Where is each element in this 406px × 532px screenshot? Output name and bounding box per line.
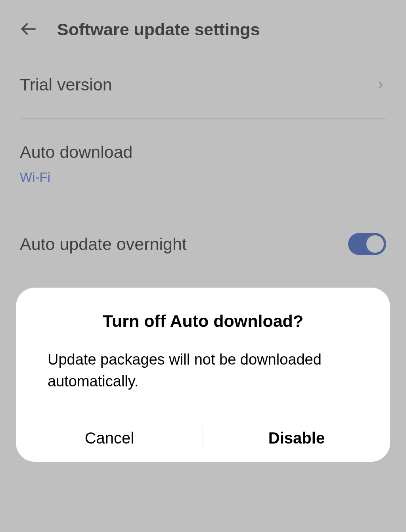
disable-button[interactable]: Disable (203, 414, 390, 462)
dialog-buttons: Cancel Disable (16, 414, 390, 462)
dialog-title: Turn off Auto download? (16, 311, 390, 331)
dialog-body: Update packages will not be downloaded a… (16, 331, 390, 414)
cancel-button[interactable]: Cancel (16, 414, 203, 462)
cancel-label: Cancel (85, 429, 134, 447)
disable-label: Disable (268, 429, 325, 447)
confirm-dialog: Turn off Auto download? Update packages … (16, 288, 390, 462)
